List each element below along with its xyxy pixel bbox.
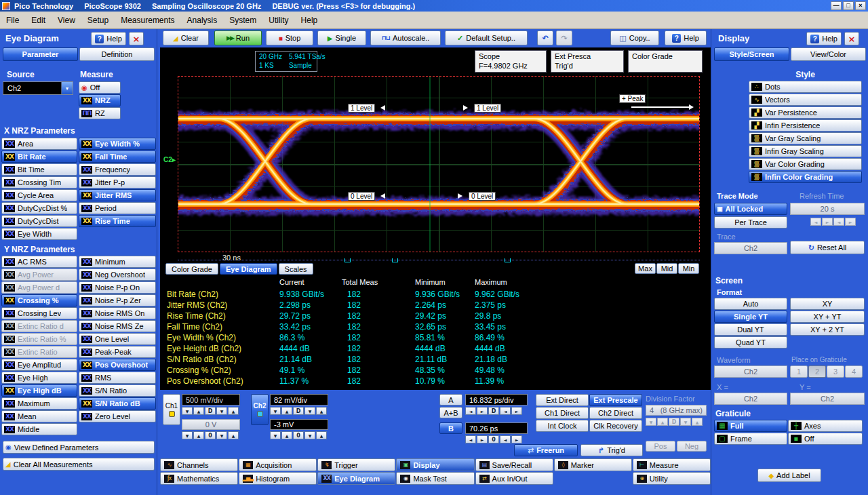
nrz-parameter-button[interactable]: XXRMS <box>79 372 156 384</box>
nrz-parameter-button[interactable]: XXMean <box>1 410 77 422</box>
nrz-parameter-button[interactable]: XXPeak-Peak <box>79 346 156 358</box>
autoscale-button[interactable]: ⊓⊔Autoscale.. <box>370 31 441 45</box>
trace-select[interactable]: Ch2 <box>714 242 787 254</box>
nrz-parameter-button[interactable]: XXExtinc Ratio % <box>1 333 77 345</box>
minimize-button[interactable]: — <box>831 1 842 10</box>
menu-tab[interactable]: ⇄Aux In/Out <box>475 472 553 485</box>
menu-item[interactable]: Measurements <box>115 16 180 25</box>
nrz-parameter-button[interactable]: XXPos Overshoot <box>79 359 156 371</box>
fine-down-button[interactable]: ▼ <box>304 431 315 439</box>
menu-tab[interactable]: ∿Channels <box>160 458 238 471</box>
menu-item[interactable]: File <box>0 16 25 25</box>
fine-down-button[interactable]: ▼ <box>680 418 691 426</box>
coarse-up-button[interactable]: ▲ <box>657 418 668 426</box>
nrz-parameter-button[interactable]: XXMiddle <box>1 423 77 435</box>
menu-item[interactable]: Help <box>295 16 324 25</box>
fine-right-button[interactable]: ► <box>511 407 522 415</box>
nrz-parameter-button[interactable]: XXMinimum <box>79 256 156 268</box>
graticule-mode-button[interactable]: ▪Off <box>788 433 863 445</box>
display-panel-tab[interactable]: Style/Screen <box>714 47 789 61</box>
display-panel-tab[interactable]: View/Color <box>791 47 866 61</box>
style-button[interactable]: ▞Var Persistence <box>749 106 862 119</box>
menu-tab[interactable]: ▤Save/Recall <box>475 458 553 471</box>
nrz-parameter-button[interactable]: XXEye High <box>1 372 77 384</box>
undo-button[interactable]: ↶ <box>537 31 553 45</box>
coarse-up-button[interactable]: ▲ <box>281 407 292 415</box>
format-button[interactable]: Single YT <box>714 311 787 323</box>
single-button[interactable]: ▶Single <box>317 31 366 45</box>
per-trace-button[interactable]: Per Trace <box>714 216 787 229</box>
menu-tab[interactable]: XXEye Diagram <box>317 472 395 485</box>
ch2-button[interactable]: Ch2 <box>251 394 269 425</box>
nrz-parameter-button[interactable]: XXEye Width <box>1 228 77 240</box>
nrz-parameter-button[interactable]: XXJitter P-p <box>79 176 156 189</box>
nrz-parameter-button[interactable]: XXBit Time <box>1 163 77 176</box>
nrz-parameter-button[interactable]: XXEye Amplitud <box>1 359 77 371</box>
delay-bracket-icon[interactable] <box>344 258 351 262</box>
nrz-parameter-button[interactable]: XXJitter RMS <box>79 189 156 201</box>
fine-right-button[interactable]: ► <box>511 435 522 443</box>
format-button[interactable]: XY <box>790 298 865 310</box>
nrz-parameter-button[interactable]: XXCrossing % <box>1 294 77 306</box>
coarse-right-button[interactable]: ► <box>822 218 833 226</box>
nrz-parameter-button[interactable]: XXCycle Area <box>1 189 77 201</box>
style-button[interactable]: ∿Vectors <box>749 94 862 106</box>
nrz-parameter-button[interactable]: XXOne Level <box>79 333 156 345</box>
default-button[interactable]: D <box>293 407 304 415</box>
nrz-parameter-button[interactable]: XXAvg Power <box>1 269 77 281</box>
format-button[interactable]: XY + 2 YT <box>790 323 865 336</box>
dropdown-arrow-icon[interactable]: ▼ <box>61 82 73 94</box>
default-button[interactable]: D <box>205 407 216 415</box>
window-close-button[interactable]: × <box>855 1 866 10</box>
menu-item[interactable]: View <box>52 16 81 25</box>
source-select[interactable]: Ch2 ▼ <box>3 81 73 95</box>
freerun-button[interactable]: ⇄Freerun <box>514 444 578 456</box>
graticule-mode-button[interactable]: ▢Frame <box>714 433 787 445</box>
nrz-parameter-button[interactable]: XXPeriod <box>79 202 156 214</box>
nrz-parameter-button[interactable]: XXExtinc Ratio <box>1 346 77 358</box>
help-button[interactable]: ?Help <box>665 31 707 45</box>
fine-left-button[interactable]: ◄ <box>500 407 511 415</box>
range-button[interactable]: Min <box>678 263 699 274</box>
results-tab[interactable]: Scales <box>279 263 313 275</box>
nrz-parameter-button[interactable]: XXFall Time <box>79 151 156 163</box>
delay-bracket-icon[interactable] <box>392 258 398 262</box>
fine-down-button[interactable]: ▼ <box>216 431 227 439</box>
fine-right-button[interactable]: ► <box>845 218 856 226</box>
style-button[interactable]: ∴Dots <box>749 81 862 93</box>
nrz-parameter-button[interactable]: XXFrequency <box>79 163 156 176</box>
nrz-parameter-button[interactable]: XXAC RMS <box>1 256 77 268</box>
trigger-source-button[interactable]: Int Clock <box>536 420 589 432</box>
menu-item[interactable]: Analysis <box>181 16 224 25</box>
nrz-parameter-button[interactable]: XXCrossing Tim <box>1 176 77 189</box>
trigger-source-button[interactable]: Ext Prescale <box>589 394 642 406</box>
default-button[interactable]: D <box>488 407 499 415</box>
menu-item[interactable]: Setup <box>81 16 115 25</box>
nrz-parameter-button[interactable]: XXNeg Overshoot <box>79 269 156 281</box>
coarse-left-button[interactable]: ◄ <box>465 435 476 443</box>
add-label-button[interactable]: ◆Add Label <box>757 469 821 482</box>
coarse-down-button[interactable]: ▼ <box>182 431 193 439</box>
measure-off-button[interactable]: ◉Off <box>79 81 121 94</box>
coarse-up-button[interactable]: ▲ <box>193 407 204 415</box>
nrz-parameter-button[interactable]: XXBit Rate <box>1 151 77 163</box>
fine-up-button[interactable]: ▲ <box>316 407 327 415</box>
one-level-marker[interactable]: 1 Level <box>348 104 375 113</box>
trigger-source-button[interactable]: Ext Direct <box>536 394 589 406</box>
timebase-a-plus-b-button[interactable]: A+B <box>439 407 462 418</box>
menu-tab[interactable]: ◉Mask Test <box>396 472 474 485</box>
coarse-down-button[interactable]: ▼ <box>646 418 656 426</box>
nrz-parameter-button[interactable]: XXCrossing Lev <box>1 307 77 319</box>
reset-all-button[interactable]: ↻Reset All <box>790 241 865 254</box>
range-button[interactable]: Max <box>635 263 656 274</box>
measure-nrz-button[interactable]: XXNRZ <box>79 94 121 106</box>
clear-all-measurements-button[interactable]: ◢Clear All Measurements <box>3 458 155 471</box>
graticule-mode-button[interactable]: ▦Full <box>714 420 787 432</box>
slope-pos-button[interactable]: Pos <box>646 441 675 452</box>
fine-up-button[interactable]: ▲ <box>228 407 239 415</box>
graticule-mode-button[interactable]: ┼Axes <box>788 420 863 432</box>
format-button[interactable]: Auto <box>714 298 787 310</box>
x-source-select[interactable]: Ch2 <box>714 393 787 405</box>
nrz-parameter-button[interactable]: XXNoise P-p On <box>79 281 156 294</box>
view-defined-parameters-button[interactable]: ◉View Defined Parameters <box>3 441 155 454</box>
